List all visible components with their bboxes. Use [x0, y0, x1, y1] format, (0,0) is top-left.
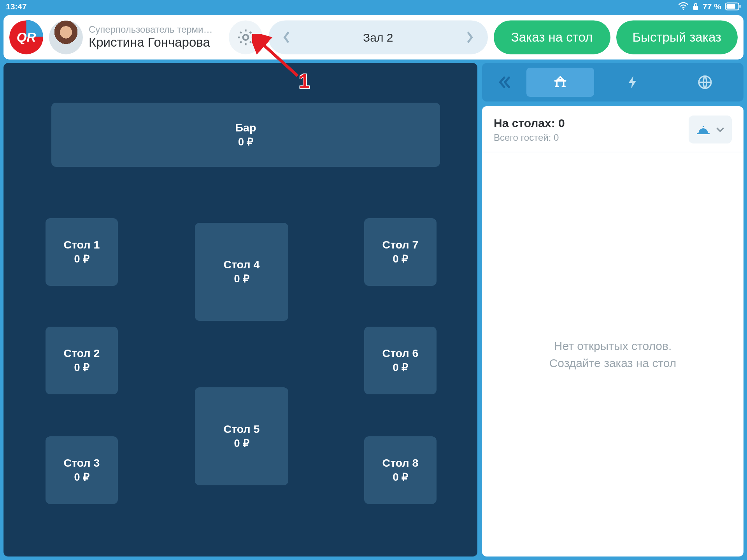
user-name: Кристина Гончарова	[89, 35, 223, 50]
tables-icon	[552, 74, 568, 91]
app-logo[interactable]: QR	[9, 21, 43, 54]
lock-icon	[692, 2, 699, 10]
room-next-button[interactable]	[461, 29, 479, 46]
status-right: 77 %	[678, 2, 741, 11]
room-prev-button[interactable]	[278, 29, 295, 46]
room-selector: Зал 2	[268, 21, 488, 54]
globe-icon	[697, 74, 713, 91]
table-5[interactable]: Стол 5 0 ₽	[195, 387, 288, 485]
table-price: 0 ₽	[74, 361, 89, 374]
table-name: Стол 6	[382, 347, 419, 360]
chevron-double-left-icon	[496, 74, 512, 91]
quick-order-button[interactable]: Быстрый заказ	[616, 21, 738, 54]
settings-button[interactable]	[229, 21, 263, 54]
panel-head: На столах: 0 Всего гостей: 0	[482, 106, 743, 152]
user-block[interactable]: Суперпользователь терми… Кристина Гончар…	[89, 24, 223, 50]
side-panel: На столах: 0 Всего гостей: 0 Нет открыты…	[482, 106, 743, 556]
svg-point-0	[683, 9, 684, 10]
table-8[interactable]: Стол 8 0 ₽	[364, 436, 437, 504]
logo-text: QR	[9, 21, 43, 54]
svg-rect-1	[693, 6, 698, 10]
chevron-down-icon	[715, 125, 725, 134]
table-7[interactable]: Стол 7 0 ₽	[364, 218, 437, 286]
table-3[interactable]: Стол 3 0 ₽	[46, 436, 118, 504]
room-name: Зал 2	[363, 31, 393, 44]
table-price: 0 ₽	[74, 471, 89, 484]
table-name: Стол 7	[382, 239, 419, 252]
table-4[interactable]: Стол 4 0 ₽	[195, 223, 288, 321]
table-price: 0 ₽	[393, 253, 408, 266]
status-time: 13:47	[6, 2, 27, 11]
cloche-icon	[696, 123, 711, 136]
user-role: Суперпользователь терми…	[89, 24, 223, 35]
wifi-icon	[678, 2, 689, 10]
table-name: Стол 3	[64, 457, 100, 470]
table-price: 0 ₽	[238, 135, 253, 148]
status-bar: 13:47 77 %	[0, 0, 747, 13]
floor-plan: Бар 0 ₽ Стол 1 0 ₽ Стол 2 0 ₽ Стол 3 0 ₽…	[4, 63, 477, 556]
table-6[interactable]: Стол 6 0 ₽	[364, 327, 437, 394]
panel-filter-button[interactable]	[689, 116, 732, 144]
tab-web[interactable]	[671, 68, 739, 97]
battery-icon	[725, 2, 741, 10]
table-name: Стол 4	[224, 259, 260, 271]
chevron-left-icon	[282, 31, 291, 44]
panel-empty: Нет открытых столов. Создайте заказ на с…	[482, 152, 743, 557]
svg-rect-4	[740, 5, 741, 8]
tab-quick[interactable]	[599, 68, 666, 97]
lightning-icon	[624, 74, 641, 91]
table-price: 0 ₽	[393, 361, 408, 374]
side-tabs	[482, 63, 743, 102]
panel-empty-line1: Нет открытых столов.	[554, 339, 672, 352]
table-price: 0 ₽	[393, 471, 408, 484]
svg-rect-3	[727, 4, 736, 9]
table-2[interactable]: Стол 2 0 ₽	[46, 327, 118, 394]
table-name: Бар	[235, 121, 256, 134]
table-name: Стол 1	[64, 239, 100, 252]
gear-icon	[236, 28, 256, 47]
panel-guests: Всего гостей: 0	[494, 132, 565, 143]
table-1[interactable]: Стол 1 0 ₽	[46, 218, 118, 286]
order-table-button[interactable]: Заказ на стол	[494, 21, 610, 54]
status-battery-text: 77 %	[703, 2, 721, 11]
svg-point-5	[243, 35, 249, 40]
collapse-button[interactable]	[487, 68, 522, 97]
table-name: Стол 2	[64, 347, 100, 360]
table-price: 0 ₽	[74, 253, 89, 266]
tab-tables[interactable]	[526, 68, 594, 97]
panel-empty-line2: Создайте заказ на стол	[549, 356, 677, 369]
panel-title: На столах: 0	[494, 116, 565, 130]
header: QR Суперпользователь терми… Кристина Гон…	[4, 15, 743, 60]
table-price: 0 ₽	[234, 273, 249, 285]
table-name: Стол 5	[224, 423, 260, 436]
avatar[interactable]	[49, 21, 83, 54]
table-name: Стол 8	[382, 457, 419, 470]
quick-order-label: Быстрый заказ	[633, 30, 721, 45]
order-table-label: Заказ на стол	[511, 30, 593, 45]
table-bar[interactable]: Бар 0 ₽	[51, 103, 440, 167]
side-column: На столах: 0 Всего гостей: 0 Нет открыты…	[482, 63, 743, 556]
chevron-right-icon	[466, 31, 474, 44]
table-price: 0 ₽	[234, 437, 249, 450]
